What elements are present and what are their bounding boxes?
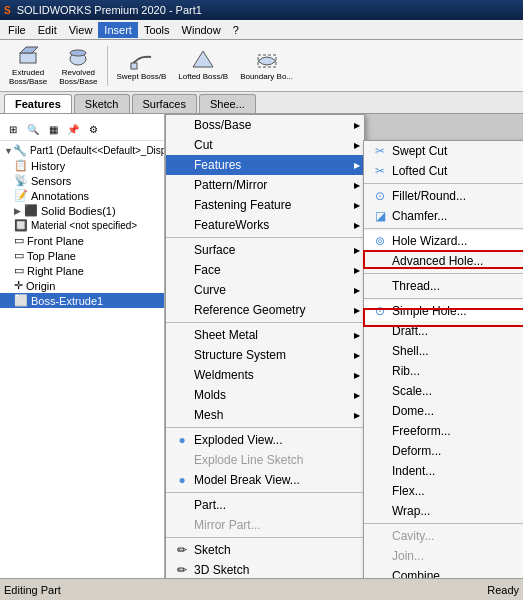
menu-insert[interactable]: Insert [98,22,138,38]
tree-top-plane[interactable]: ▭ Top Plane [0,248,164,263]
feat-fillet[interactable]: ⊙ Fillet/Round... [364,186,523,206]
pin-icon[interactable]: 📌 [64,120,82,138]
structure-sub-arrow: ▶ [354,351,360,360]
features-dropdown[interactable]: ✂ Swept Cut ✂ Lofted Cut ⊙ Fillet/Round.… [363,140,523,578]
tree-annotations[interactable]: 📝 Annotations [0,188,164,203]
mirror-part-icon [174,517,190,533]
toolbar-sep-1 [107,46,108,86]
insert-cut[interactable]: Cut ▶ [166,135,364,155]
insert-sheet-metal[interactable]: Sheet Metal ▶ [166,325,364,345]
feat-hole-wizard[interactable]: ⊚ Hole Wizard... [364,231,523,251]
feat-combine[interactable]: Combine... [364,566,523,578]
tree-history[interactable]: 📋 History [0,158,164,173]
insert-structure[interactable]: Structure System ▶ [166,345,364,365]
insert-curve[interactable]: Curve ▶ [166,280,364,300]
tree-sensors[interactable]: 📡 Sensors [0,173,164,188]
menu-window[interactable]: Window [176,22,227,38]
toolbar-swept[interactable]: Swept Boss/B [112,46,172,85]
insert-ref-geom[interactable]: Reference Geometry ▶ [166,300,364,320]
thread-icon [372,278,388,294]
filter-icon[interactable]: ⊞ [4,120,22,138]
search-icon[interactable]: 🔍 [24,120,42,138]
tree-boss-extrude[interactable]: ⬜ Boss-Extrude1 [0,293,164,308]
feat-deform[interactable]: Deform... [364,441,523,461]
feat-freeform[interactable]: Freeform... [364,421,523,441]
tree-part1[interactable]: ▼ 🔧 Part1 (Default<<Default>_Display [0,143,164,158]
insert-face[interactable]: Face ▶ [166,260,364,280]
toolbar-revolved-boss[interactable]: RevolvedBoss/Base [54,42,102,90]
insert-sketch[interactable]: ✏ Sketch [166,540,364,560]
revolved-boss-icon [66,45,90,69]
canvas-area: Boss/Base ▶ Cut ▶ Features ▶ Pattern/Mir… [165,114,523,578]
menu-help[interactable]: ? [227,22,245,38]
molds-sub-arrow: ▶ [354,391,360,400]
toolbar-boundary[interactable]: Boundary Bo... [235,46,298,85]
insert-mesh[interactable]: Mesh ▶ [166,405,364,425]
feat-dome[interactable]: Dome... [364,401,523,421]
insert-mirror-part[interactable]: Mirror Part... [166,515,364,535]
feat-flex[interactable]: Flex... [364,481,523,501]
tree-material[interactable]: 🔲 Material <not specified> [0,218,164,233]
tree-solid-bodies[interactable]: ▶ ⬛ Solid Bodies(1) [0,203,164,218]
insert-molds[interactable]: Molds ▶ [166,385,364,405]
feat-draft[interactable]: Draft... [364,321,523,341]
insert-mesh-label: Mesh [194,408,223,422]
insert-featureworks[interactable]: FeatureWorks ▶ [166,215,364,235]
boundary-icon [255,49,279,73]
insert-features[interactable]: Features ▶ [166,155,364,175]
feat-chamfer[interactable]: ◪ Chamfer... [364,206,523,226]
feat-cavity[interactable]: Cavity... [364,526,523,546]
toolbar-extruded-boss[interactable]: ExtrudedBoss/Base [4,42,52,90]
tab-sheet[interactable]: Shee... [199,94,256,113]
tree-front-plane[interactable]: ▭ Front Plane [0,233,164,248]
freeform-icon [372,423,388,439]
insert-part[interactable]: Part... [166,495,364,515]
tree-solid-arrow: ▶ [14,206,24,216]
feat-thread[interactable]: Thread... [364,276,523,296]
menu-tools[interactable]: Tools [138,22,176,38]
feat-rib-label: Rib... [392,364,420,378]
feat-freeform-label: Freeform... [392,424,451,438]
face-sub-arrow: ▶ [354,266,360,275]
insert-explode-line[interactable]: Explode Line Sketch [166,450,364,470]
insert-surface[interactable]: Surface ▶ [166,240,364,260]
tab-features[interactable]: Features [4,94,72,113]
toolbar-lofted[interactable]: Lofted Boss/B [173,46,233,85]
feat-swept-cut[interactable]: ✂ Swept Cut [364,141,523,161]
insert-dropdown[interactable]: Boss/Base ▶ Cut ▶ Features ▶ Pattern/Mir… [165,114,365,578]
mesh-sub-arrow: ▶ [354,411,360,420]
menu-file[interactable]: File [2,22,32,38]
insert-model-break[interactable]: ● Model Break View... [166,470,364,490]
settings-icon[interactable]: ⚙ [84,120,102,138]
chamfer-icon: ◪ [372,208,388,224]
insert-pattern[interactable]: Pattern/Mirror ▶ [166,175,364,195]
menu-view[interactable]: View [63,22,99,38]
insert-weldments[interactable]: Weldments ▶ [166,365,364,385]
feat-lofted-cut[interactable]: ✂ Lofted Cut [364,161,523,181]
tab-sketch[interactable]: Sketch [74,94,130,113]
insert-boss-base[interactable]: Boss/Base ▶ [166,115,364,135]
toolbar: ExtrudedBoss/Base RevolvedBoss/Base Swep… [0,40,523,92]
tree-origin[interactable]: ✛ Origin [0,278,164,293]
tree-right-plane[interactable]: ▭ Right Plane [0,263,164,278]
curve-icon [174,282,190,298]
feat-rib[interactable]: Rib... [364,361,523,381]
feat-indent[interactable]: Indent... [364,461,523,481]
feat-scale[interactable]: Scale... [364,381,523,401]
status-bar: Editing Part Ready [0,578,523,600]
feat-advanced-hole[interactable]: Advanced Hole... [364,251,523,271]
expand-icon[interactable]: ▦ [44,120,62,138]
insert-exploded[interactable]: ● Exploded View... [166,430,364,450]
insert-fastening[interactable]: Fastening Feature ▶ [166,195,364,215]
feat-simple-hole[interactable]: ⊙ Simple Hole... [364,301,523,321]
lofted-icon [191,49,215,73]
feat-join[interactable]: Join... [364,546,523,566]
title-bar: S SOLIDWORKS Premium 2020 - Part1 [0,0,523,20]
insert-3d-sketch[interactable]: ✏ 3D Sketch [166,560,364,578]
menu-edit[interactable]: Edit [32,22,63,38]
tab-surfaces[interactable]: Surfaces [132,94,197,113]
toolbar-swept-label: Swept Boss/B [117,73,167,82]
feat-shell[interactable]: Shell... [364,341,523,361]
tree-front-label: Front Plane [27,235,84,247]
feat-wrap[interactable]: Wrap... [364,501,523,521]
